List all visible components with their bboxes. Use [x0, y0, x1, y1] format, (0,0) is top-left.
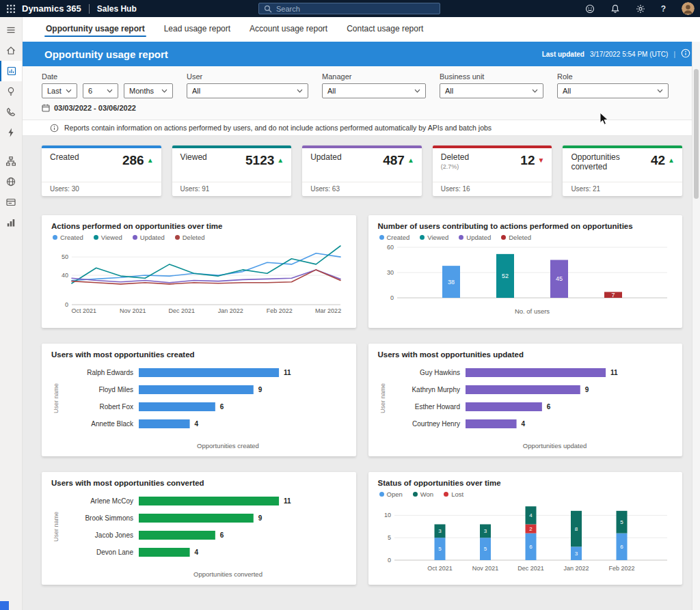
legend-item-deleted[interactable]: Deleted: [501, 234, 531, 241]
last-updated-value: 3/17/2022 5:54 PM (UTC): [590, 51, 669, 58]
trend-down-icon: ▼: [537, 157, 544, 164]
filter-select-manager-0[interactable]: All: [322, 83, 426, 98]
tab-lead-usage-report[interactable]: Lead usage report: [163, 17, 232, 42]
kpi-value: 286: [122, 153, 144, 168]
filter-select-value: Last: [47, 87, 62, 95]
legend-label: Lost: [451, 490, 463, 498]
svg-text:Robert Fox: Robert Fox: [100, 403, 133, 411]
waffle-grid-icon: [7, 5, 15, 13]
dashboard: Created286▲Users: 30Viewed5123▲Users: 91…: [23, 136, 700, 585]
legend-dot: [379, 235, 384, 240]
filter-select-value: All: [192, 87, 200, 95]
tab-opportunity-usage-report[interactable]: Opportunity usage report: [44, 17, 146, 42]
kpi-card-created[interactable]: Created286▲Users: 30: [42, 145, 161, 196]
date-range-text: 03/03/2022 - 03/06/2022: [54, 104, 136, 112]
sidebar-item-territories[interactable]: [0, 171, 22, 192]
legend-item-open[interactable]: Open: [379, 490, 403, 498]
kpi-label: Created: [50, 153, 79, 163]
tab-account-usage-report[interactable]: Account usage report: [248, 17, 329, 42]
legend-item-viewed[interactable]: Viewed: [94, 234, 122, 241]
legend-label: Deleted: [509, 234, 531, 241]
chart-legend: CreatedViewedUpdatedDeleted: [379, 234, 673, 241]
legend-label: Deleted: [183, 234, 205, 241]
filter-select-user-0[interactable]: All: [187, 83, 308, 98]
chevron-down-icon: [297, 89, 303, 93]
svg-text:40: 40: [62, 272, 68, 279]
chevron-down-icon: [532, 89, 538, 93]
chart-plot: Guy Hawkins11Kathryn Murphy9Esther Howar…: [378, 363, 673, 450]
filter-select-date-2[interactable]: Months: [124, 83, 173, 98]
top-navigation-bar: Dynamics 365 Sales Hub Search ?: [0, 0, 700, 17]
kpi-card-deleted[interactable]: Deleted(2.7%)12▼Users: 16: [433, 145, 552, 196]
svg-text:11: 11: [610, 369, 618, 376]
feedback-smiley-icon[interactable]: [585, 4, 595, 14]
chart-title: Number of users contributing to actions …: [378, 222, 673, 230]
filter-label: Manager: [322, 72, 426, 81]
filter-label: User: [187, 72, 308, 81]
filter-select-date-0[interactable]: Last: [42, 83, 77, 98]
search-placeholder: Search: [276, 5, 300, 13]
legend-item-created[interactable]: Created: [379, 234, 410, 241]
kpi-label: Updated: [310, 153, 341, 163]
chevron-down-icon: [161, 89, 167, 93]
legend-item-lost[interactable]: Lost: [444, 490, 463, 498]
kpi-label-text: Deleted: [441, 152, 469, 162]
filter-select-date-1[interactable]: 6: [83, 83, 118, 98]
legend-dot: [501, 235, 506, 240]
kpi-label-text: Created: [50, 152, 79, 162]
kpi-users-count: Users: 91: [172, 182, 292, 196]
kpi-label-text: Updated: [310, 152, 341, 162]
bar-chart-icon: [5, 217, 16, 228]
info-icon[interactable]: [681, 48, 690, 59]
chart-plot: 051053Oct 202153Nov 2021624Dec 202138Jan…: [378, 499, 673, 572]
kpi-card-opportunities-converted[interactable]: Opportunities converted42▲Users: 21: [563, 145, 682, 196]
sidebar-item-menu[interactable]: [0, 20, 22, 40]
filter-select-role-0[interactable]: All: [557, 83, 669, 98]
notifications-bell-icon[interactable]: [610, 4, 620, 14]
sidebar-item-insights[interactable]: [0, 81, 22, 102]
sidebar-item-calls[interactable]: [0, 102, 22, 122]
svg-text:4: 4: [195, 420, 199, 428]
kpi-row: Created286▲Users: 30Viewed5123▲Users: 91…: [42, 145, 682, 196]
vertical-scrollbar[interactable]: [692, 42, 700, 610]
avatar-photo: [682, 2, 695, 15]
svg-text:Jan 2022: Jan 2022: [563, 565, 589, 572]
help-icon[interactable]: ?: [661, 4, 666, 14]
kpi-card-viewed[interactable]: Viewed5123▲Users: 91: [172, 145, 292, 196]
lightbulb-icon: [5, 86, 16, 97]
legend-item-created[interactable]: Created: [53, 234, 83, 241]
kpi-label: Viewed: [180, 153, 207, 163]
trend-up-icon: ▲: [277, 157, 284, 164]
svg-text:Ralph Edwards: Ralph Edwards: [87, 369, 133, 376]
filter-select-business-unit-0[interactable]: All: [440, 83, 543, 98]
sidebar-item-reports[interactable]: [0, 61, 22, 81]
sidebar-item-analytics[interactable]: [0, 212, 22, 233]
svg-text:0: 0: [390, 294, 393, 301]
legend-item-deleted[interactable]: Deleted: [175, 234, 205, 241]
scrollbar-thumb[interactable]: [694, 69, 699, 199]
sidebar-item-org-chart[interactable]: [0, 151, 22, 171]
sidebar-item-quick-actions[interactable]: [0, 122, 22, 143]
search-input[interactable]: Search: [258, 3, 440, 14]
legend-item-updated[interactable]: Updated: [459, 234, 491, 241]
legend-dot: [379, 492, 384, 497]
sidebar-item-cards[interactable]: [0, 192, 22, 212]
svg-text:Jan 2022: Jan 2022: [218, 307, 243, 314]
legend-item-won[interactable]: Won: [413, 490, 433, 498]
legend-item-updated[interactable]: Updated: [133, 234, 165, 241]
chart-card-number-of-users-contributing-to-actions-performed-on-opportunities: Number of users contributing to actions …: [368, 215, 683, 328]
legend-dot: [420, 235, 425, 240]
sidebar-item-home[interactable]: [0, 40, 22, 61]
legend-item-viewed[interactable]: Viewed: [420, 234, 448, 241]
app-launcher-icon[interactable]: [0, 5, 22, 13]
settings-gear-icon[interactable]: [636, 4, 645, 14]
area-title[interactable]: Sales Hub: [97, 4, 137, 14]
tab-contact-usage-report[interactable]: Contact usage report: [345, 17, 425, 42]
app-title[interactable]: Dynamics 365: [22, 3, 81, 14]
user-avatar[interactable]: [682, 2, 695, 15]
chevron-down-icon: [107, 89, 113, 93]
svg-text:Opportunities updated: Opportunities updated: [522, 442, 586, 449]
legend-dot: [53, 235, 57, 240]
kpi-sublabel: (2.7%): [441, 163, 469, 170]
kpi-card-updated[interactable]: Updated487▲Users: 63: [302, 145, 422, 196]
